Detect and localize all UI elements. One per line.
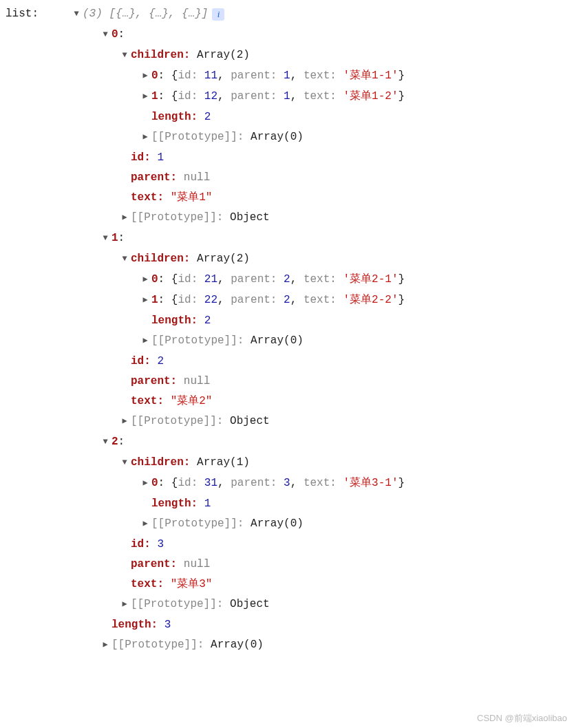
length-key: length: [151,107,198,127]
prototype-key: [[Prototype]]: [131,411,223,431]
expand-right-icon[interactable]: ▶ [140,473,150,493]
expand-right-icon[interactable]: ▶ [120,208,129,228]
expand-right-icon[interactable]: ▶ [120,595,129,614]
children-row[interactable]: ▼children: Array(2) [6,249,574,270]
item-index-row[interactable]: ▼0: [6,25,574,45]
prototype-value: Array(0) [251,514,304,534]
id-key: id: [131,352,151,372]
child-text: '菜单1-2' [343,87,398,107]
children-proto-row[interactable]: ▶[[Prototype]]: Array(0) [6,127,574,148]
expand-down-icon[interactable]: ▼ [100,25,110,45]
prototype-value: Array(0) [251,127,304,147]
expand-down-icon[interactable]: ▼ [120,453,129,473]
child-parent: 1 [284,87,290,107]
expand-right-icon[interactable]: ▶ [140,270,150,290]
text-row: text: "菜单1" [6,188,574,208]
child-id: 21 [204,270,217,290]
parent-value: null [184,555,210,575]
child-object-row[interactable]: ▶ 1: { id: 22, parent: 2, text: '菜单2-2' … [6,290,574,311]
item-index: 2 [111,432,118,452]
id-value: 1 [157,148,164,168]
child-id: 31 [204,473,217,493]
expand-right-icon[interactable]: ▶ [140,331,150,351]
parent-row: parent: null [6,168,574,188]
prototype-value: Object [230,208,270,228]
expand-right-icon[interactable]: ▶ [140,66,150,86]
child-parent: 3 [284,473,290,493]
text-value: "菜单3" [171,575,213,595]
child-parent-key: parent: [231,270,277,290]
children-key: children: [131,453,190,473]
item-proto-row[interactable]: ▶[[Prototype]]: Object [6,595,574,615]
item-index-row[interactable]: ▼2: [6,432,574,453]
parent-key: parent: [131,555,177,575]
child-id-key: id: [178,66,198,86]
children-length-row: length: 2 [6,107,574,127]
text-key: text: [131,575,164,595]
id-value: 3 [157,535,164,555]
child-parent-key: parent: [231,87,277,107]
expand-right-icon[interactable]: ▶ [120,411,129,431]
outer-proto-row[interactable]: ▶[[Prototype]]: Array(0) [6,635,574,656]
expand-down-icon[interactable]: ▼ [100,228,110,248]
expand-right-icon[interactable]: ▶ [100,635,110,655]
expand-down-icon[interactable]: ▼ [120,45,129,65]
prototype-key: [[Prototype]]: [131,595,223,614]
text-row: text: "菜单2" [6,392,574,411]
expand-down-icon[interactable]: ▼ [120,249,129,269]
expand-right-icon[interactable]: ▶ [140,127,150,147]
child-object-row[interactable]: ▶ 0: { id: 21, parent: 2, text: '菜单2-1' … [6,270,574,290]
prototype-value: Array(0) [211,635,264,655]
expand-right-icon[interactable]: ▶ [140,87,150,107]
child-parent-key: parent: [231,473,277,493]
child-text-key: text: [304,270,337,290]
children-length-row: length: 1 [6,494,574,514]
child-object-row[interactable]: ▶ 1: { id: 12, parent: 1, text: '菜单1-2' … [6,87,574,107]
item-index: 0 [111,25,118,45]
children-summary: Array(1) [197,453,250,473]
children-row[interactable]: ▼children: Array(2) [6,45,574,66]
child-text-key: text: [304,66,337,86]
children-proto-row[interactable]: ▶[[Prototype]]: Array(0) [6,331,574,352]
root-label: list: [6,4,72,24]
parent-value: null [184,168,210,188]
child-id-key: id: [178,290,198,310]
child-index: 0 [151,66,158,86]
item-proto-row[interactable]: ▶[[Prototype]]: Object [6,208,574,228]
expand-down-icon[interactable]: ▼ [100,432,110,452]
id-row: id: 3 [6,535,574,555]
children-key: children: [131,45,190,65]
expand-right-icon[interactable]: ▶ [140,514,150,534]
children-key: children: [131,249,190,269]
text-value: "菜单1" [171,188,213,208]
item-proto-row[interactable]: ▶[[Prototype]]: Object [6,411,574,432]
child-text: '菜单2-2' [343,290,398,310]
prototype-value: Object [230,411,270,431]
expand-right-icon[interactable]: ▶ [140,290,150,310]
child-object-row[interactable]: ▶ 0: { id: 11, parent: 1, text: '菜单1-1' … [6,66,574,87]
child-text: '菜单2-1' [343,270,398,290]
expand-down-icon[interactable]: ▼ [72,4,81,24]
children-row[interactable]: ▼children: Array(1) [6,453,574,473]
id-key: id: [131,148,151,168]
child-parent: 1 [284,66,290,86]
child-id-key: id: [178,473,198,493]
text-key: text: [131,188,164,208]
item-index-row[interactable]: ▼1: [6,228,574,249]
root-row[interactable]: list: ▼ (3) [{…}, {…}, {…}] i [6,4,574,25]
child-parent-key: parent: [231,290,277,310]
info-icon[interactable]: i [212,8,224,21]
children-proto-row[interactable]: ▶[[Prototype]]: Array(0) [6,514,574,535]
parent-row: parent: null [6,372,574,392]
prototype-value: Object [230,595,270,614]
child-id: 11 [204,66,217,86]
child-text-key: text: [304,87,337,107]
length-key: length: [151,494,198,514]
id-row: id: 2 [6,352,574,372]
child-object-row[interactable]: ▶ 0: { id: 31, parent: 3, text: '菜单3-1' … [6,473,574,494]
prototype-key: [[Prototype]]: [131,208,223,228]
child-text: '菜单3-1' [343,473,398,493]
text-value: "菜单2" [171,392,213,411]
child-id: 12 [204,87,217,107]
text-key: text: [131,392,164,411]
